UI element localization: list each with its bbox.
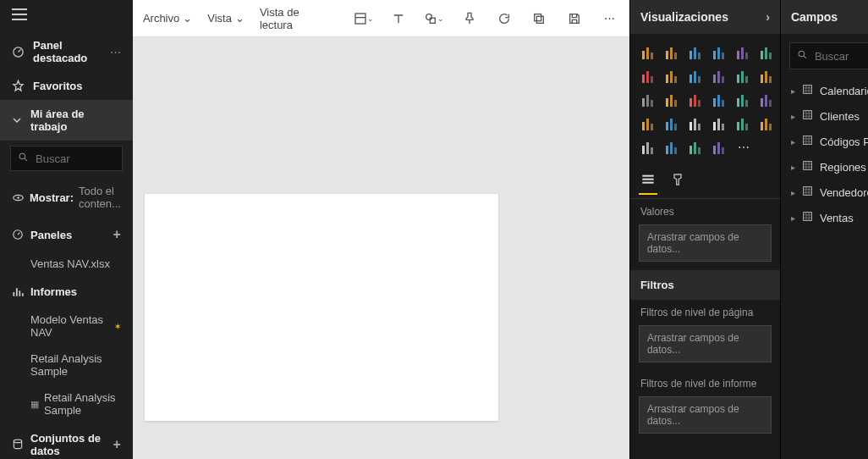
line-clustered-viz-icon[interactable] [710, 66, 730, 86]
line-viz-icon[interactable] [639, 66, 659, 86]
values-dropzone[interactable]: Arrastrar campos de datos... [639, 224, 772, 262]
clustered-column-viz-icon[interactable] [710, 42, 730, 63]
svg-rect-9 [535, 14, 541, 20]
report-item[interactable]: Retail Analysis Sample [0, 346, 133, 384]
svg-rect-32 [666, 75, 668, 83]
page-filters-dropzone[interactable]: Arrastrar campos de datos... [639, 325, 772, 362]
save-button[interactable] [564, 7, 584, 30]
100-bar-viz-icon[interactable] [733, 42, 754, 63]
field-table-item[interactable]: ▸Calendario [781, 78, 868, 103]
svg-rect-66 [646, 119, 649, 130]
format-tab[interactable] [669, 169, 686, 195]
svg-rect-44 [761, 75, 763, 83]
scatter-viz-icon[interactable] [639, 90, 659, 110]
fields-search-input[interactable] [815, 50, 868, 63]
svg-rect-59 [737, 98, 739, 107]
dashboard-item[interactable]: Ventas NAV.xlsx [0, 251, 133, 277]
area-viz-icon[interactable] [662, 66, 683, 86]
svg-rect-16 [674, 53, 677, 59]
svg-rect-6 [355, 14, 365, 24]
card-viz-icon[interactable] [686, 113, 706, 134]
field-table-item[interactable]: ▸Vendedores [781, 180, 868, 205]
gauge-viz-icon[interactable] [662, 113, 683, 134]
svg-point-1 [19, 153, 25, 159]
svg-rect-89 [689, 146, 692, 154]
field-table-item[interactable]: ▸Clientes [781, 103, 868, 129]
ellipsis-icon[interactable]: ⋯ [110, 46, 121, 58]
stacked-area-viz-icon[interactable] [686, 66, 706, 86]
stacked-bar-viz-icon[interactable] [639, 42, 659, 63]
hamburger-button[interactable] [0, 0, 133, 31]
kpi-viz-icon[interactable] [733, 113, 754, 134]
section-dashboards[interactable]: Paneles + [0, 218, 133, 251]
ribbon-viz-icon[interactable] [757, 66, 777, 86]
textbox-button[interactable] [389, 7, 409, 30]
filled-map-viz-icon[interactable] [757, 90, 777, 110]
explore-button[interactable]: ⌄ [354, 7, 374, 30]
blank-viz-icon[interactable] [757, 137, 777, 158]
add-dashboard-button[interactable]: + [113, 227, 121, 242]
field-table-item[interactable]: ▸Códigos Postales [781, 129, 868, 154]
svg-point-98 [799, 51, 805, 56]
report-item[interactable]: Modelo Ventas NAV✶ [0, 307, 133, 346]
report-item[interactable]: ▦Retail Analysis Sample [0, 384, 133, 423]
treemap-viz-icon[interactable] [710, 90, 730, 110]
menu-reading-view[interactable]: Vista de lectura [260, 6, 323, 31]
svg-rect-43 [745, 76, 748, 83]
chevron-down-icon: ⌄ [235, 12, 244, 25]
arcgis-viz-icon[interactable] [710, 137, 730, 158]
svg-rect-78 [741, 119, 744, 130]
add-dataset-button[interactable]: + [113, 437, 121, 452]
map-viz-icon[interactable] [733, 90, 754, 110]
menu-file[interactable]: Archivo⌄ [143, 12, 192, 25]
nav-featured[interactable]: Panel destacado ⋯ [0, 31, 133, 72]
svg-rect-100 [804, 111, 812, 119]
stacked-column-viz-icon[interactable] [662, 42, 683, 63]
canvas-wrap [133, 37, 629, 459]
line-stacked-viz-icon[interactable] [733, 66, 754, 86]
slicer-viz-icon[interactable] [757, 113, 777, 134]
fields-search[interactable] [789, 42, 868, 69]
field-table-item[interactable]: ▸Ventas [781, 205, 868, 230]
visualizations-panel: Visualizaciones › ⋯ Valores Arrastrar ca… [629, 0, 780, 459]
fields-header[interactable]: Campos › [781, 0, 868, 34]
nav-favorites[interactable]: Favoritos [0, 72, 133, 100]
svg-rect-49 [651, 100, 653, 107]
visualizations-header[interactable]: Visualizaciones › [630, 0, 780, 34]
menu-view[interactable]: Vista⌄ [207, 12, 244, 25]
more-ellipsis-viz-icon[interactable]: ⋯ [733, 137, 754, 158]
report-filters-dropzone[interactable]: Arrastrar campos de datos... [639, 396, 772, 434]
100-column-viz-icon[interactable] [757, 42, 777, 63]
clustered-bar-viz-icon[interactable] [686, 42, 706, 63]
more-button[interactable]: ⋯ [600, 7, 619, 30]
refresh-button[interactable] [494, 7, 514, 30]
section-reports-label: Informes [30, 285, 77, 298]
table-viz-icon[interactable] [639, 137, 659, 158]
section-reports[interactable]: Informes [0, 277, 133, 307]
nav-workspace[interactable]: Mi área de trabajo [0, 100, 133, 141]
right-panels: Visualizaciones › ⋯ Valores Arrastrar ca… [629, 0, 868, 459]
donut-viz-icon[interactable] [686, 90, 706, 110]
multi-card-viz-icon[interactable] [710, 113, 730, 134]
funnel-viz-icon[interactable] [639, 113, 659, 134]
shapes-button[interactable]: ⌄ [424, 7, 444, 30]
fields-tab[interactable] [639, 169, 657, 195]
pin-button[interactable] [459, 7, 479, 30]
center-area: Archivo⌄ Vista⌄ Vista de lectura ⌄ ⌄ ⋯ [133, 0, 629, 459]
matrix-viz-icon[interactable] [662, 137, 683, 158]
section-datasets[interactable]: Conjuntos de datos + [0, 423, 133, 459]
field-table-item[interactable]: ▸Regiones [781, 154, 868, 180]
pie-viz-icon[interactable] [662, 90, 683, 110]
svg-rect-42 [741, 71, 744, 83]
r-visual-viz-icon[interactable] [686, 137, 706, 158]
svg-rect-74 [713, 122, 716, 130]
nav-search-input[interactable] [36, 152, 115, 165]
svg-rect-72 [694, 119, 696, 130]
report-canvas[interactable] [145, 194, 498, 421]
svg-rect-45 [765, 71, 767, 83]
nav-show-filter[interactable]: Mostrar: Todo el conten... [0, 176, 133, 218]
duplicate-button[interactable] [530, 7, 549, 30]
field-table-label: Vendedores [820, 186, 868, 199]
nav-search[interactable] [10, 146, 123, 171]
svg-rect-24 [741, 47, 744, 59]
